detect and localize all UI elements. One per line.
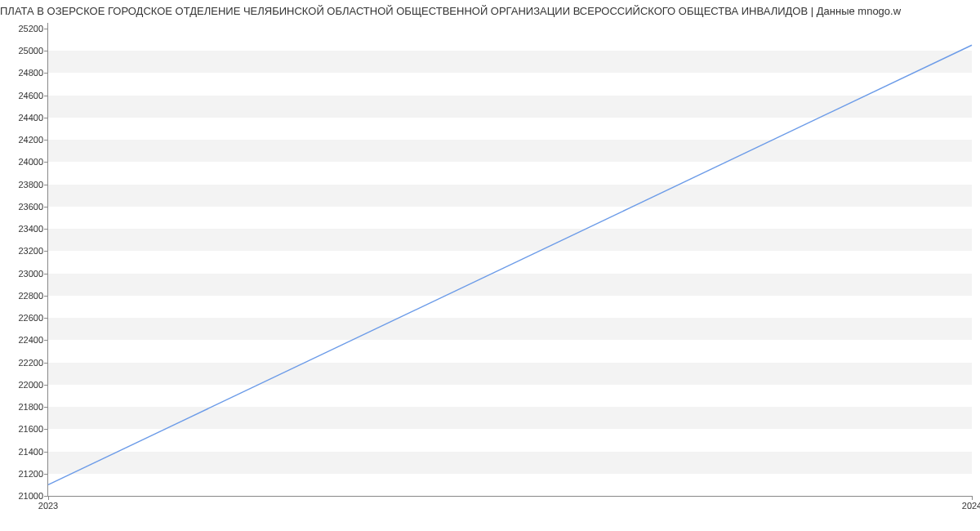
y-tick-label: 21400 (18, 447, 43, 457)
y-tick-label: 23400 (18, 224, 43, 234)
y-tick-mark (44, 407, 48, 408)
y-tick-mark (44, 207, 48, 207)
y-tick-label: 22800 (18, 291, 43, 301)
y-tick-mark (44, 29, 48, 29)
data-line (48, 45, 972, 484)
y-tick-mark (44, 452, 48, 453)
y-tick-mark (44, 363, 48, 364)
y-tick-mark (44, 51, 48, 51)
chart-title: ПЛАТА В ОЗЕРСКОЕ ГОРОДСКОЕ ОТДЕЛЕНИЕ ЧЕЛ… (0, 0, 980, 20)
x-tick-label: 2023 (38, 501, 58, 511)
y-tick-label: 24400 (18, 113, 43, 123)
x-tick-mark (972, 496, 973, 500)
y-tick-label: 24800 (18, 68, 43, 78)
y-tick-mark (44, 96, 48, 96)
y-tick-label: 21600 (18, 424, 43, 434)
y-tick-mark (44, 385, 48, 386)
y-tick-label: 25000 (18, 46, 43, 56)
chart-container: ПЛАТА В ОЗЕРСКОЕ ГОРОДСКОЕ ОТДЕЛЕНИЕ ЧЕЛ… (0, 0, 980, 531)
y-tick-mark (44, 429, 48, 430)
y-tick-mark (44, 162, 48, 163)
plot-area: 2100021200214002160021800220002220022400… (47, 23, 972, 497)
y-tick-label: 21200 (18, 469, 43, 479)
y-tick-mark (44, 229, 48, 230)
y-tick-label: 21000 (18, 491, 43, 501)
y-tick-mark (44, 185, 48, 185)
y-tick-label: 25200 (18, 24, 43, 33)
y-tick-mark (44, 296, 48, 297)
x-tick-label: 2024 (962, 501, 980, 511)
y-tick-mark (44, 251, 48, 252)
y-tick-mark (44, 118, 48, 118)
x-tick-mark (48, 496, 49, 500)
y-tick-mark (44, 318, 48, 319)
y-tick-mark (44, 274, 48, 274)
y-tick-mark (44, 340, 48, 341)
y-tick-label: 24600 (18, 91, 43, 100)
y-tick-label: 22200 (18, 358, 43, 368)
y-tick-label: 21800 (18, 402, 43, 412)
y-tick-mark (44, 140, 48, 141)
y-tick-label: 24200 (18, 135, 43, 145)
y-tick-mark (44, 73, 48, 74)
y-tick-mark (44, 474, 48, 475)
y-tick-label: 23800 (18, 180, 43, 190)
y-tick-label: 24000 (18, 157, 43, 167)
line-series (48, 23, 972, 496)
y-tick-label: 22600 (18, 313, 43, 323)
y-tick-label: 23600 (18, 202, 43, 212)
y-tick-label: 22400 (18, 335, 43, 345)
y-tick-label: 22000 (18, 380, 43, 390)
y-tick-label: 23200 (18, 246, 43, 256)
y-tick-label: 23000 (18, 269, 43, 279)
